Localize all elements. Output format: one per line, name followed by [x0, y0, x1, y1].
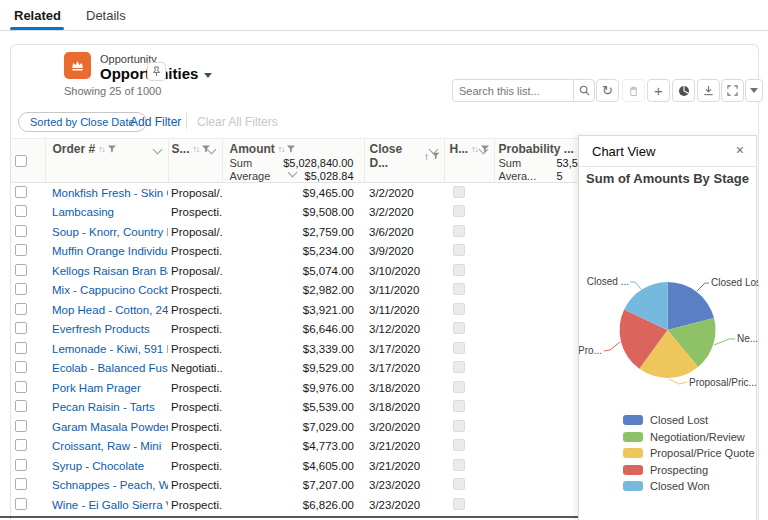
opportunity-name-link[interactable]: Syrup - Chocolate	[52, 460, 144, 472]
row-checkbox[interactable]	[15, 342, 27, 354]
chevron-down-icon	[750, 88, 758, 93]
amount-cell: $5,074.00	[222, 261, 364, 281]
column-header-stage[interactable]: S... ↑↓	[168, 139, 222, 183]
opportunity-name-link[interactable]: Everfresh Products	[52, 323, 150, 335]
disabled-checkbox	[453, 361, 465, 373]
amount-cell: $4,773.00	[222, 437, 364, 457]
column-header-h[interactable]: H... ↑↓	[444, 139, 494, 183]
show-charts-button[interactable]	[672, 79, 695, 102]
opportunity-name-link[interactable]: Lambcasing	[52, 206, 114, 218]
row-checkbox[interactable]	[15, 322, 27, 334]
sorted-by-pill[interactable]: Sorted by Close Date	[18, 112, 147, 132]
filter-funnel-icon	[287, 145, 295, 153]
search-icon[interactable]	[573, 79, 595, 102]
clear-all-filters-link: Clear All Filters	[197, 115, 278, 129]
disabled-checkbox	[453, 439, 465, 451]
opportunity-name-link[interactable]: Lemonade - Kiwi, 591 Ml	[52, 343, 168, 355]
row-checkbox[interactable]	[15, 264, 27, 276]
opportunity-name-link[interactable]: Garam Masala Powder	[52, 421, 168, 433]
row-checkbox[interactable]	[15, 439, 27, 451]
callout-label: Closed Lost	[711, 277, 758, 288]
close-date-cell: 3/6/2020	[364, 222, 444, 242]
legend-item[interactable]: Proposal/Price Quote	[623, 445, 755, 462]
row-checkbox[interactable]	[15, 459, 27, 471]
close-date-cell: 3/20/2020	[364, 417, 444, 437]
row-checkbox[interactable]	[15, 303, 27, 315]
callout-line	[669, 379, 687, 384]
column-label: Probability ...	[499, 142, 574, 156]
pin-list-button[interactable]	[147, 62, 166, 81]
row-checkbox[interactable]	[15, 361, 27, 373]
list-controls-button[interactable]	[745, 79, 763, 102]
column-header-amount[interactable]: Amount ↑↓ Sum$5,028,840.00 Average$5,028…	[222, 139, 364, 183]
row-checkbox[interactable]	[15, 400, 27, 412]
tab-related[interactable]: Related	[14, 8, 61, 23]
refresh-button[interactable]: ↻	[596, 79, 619, 102]
filter-funnel-icon	[108, 145, 116, 153]
amount-cell: $3,339.00	[222, 339, 364, 359]
search-input[interactable]	[452, 79, 573, 102]
list-search	[452, 79, 595, 102]
row-checkbox[interactable]	[15, 283, 27, 295]
stage-cell: Prospecti...	[168, 495, 222, 515]
row-checkbox[interactable]	[15, 498, 27, 510]
legend-item[interactable]: Closed Lost	[623, 412, 755, 429]
disabled-checkbox	[453, 322, 465, 334]
legend-item[interactable]: Closed Won	[623, 478, 755, 495]
opportunity-name-link[interactable]: Wine - Ei Gallo Sierra Vall...	[52, 499, 168, 511]
callout-line	[630, 282, 641, 289]
opportunity-name-link[interactable]: Mix - Cappucino Cocktail	[52, 284, 168, 296]
opportunity-name-link[interactable]: Ecolab - Balanced Fusion	[52, 362, 168, 374]
row-checkbox[interactable]	[15, 478, 27, 490]
row-checkbox[interactable]	[15, 381, 27, 393]
opportunity-name-link[interactable]: Schnappes - Peach, Wal...	[52, 479, 168, 491]
stage-cell: Prospecti...	[168, 339, 222, 359]
sort-ascending-icon: ↑	[424, 151, 429, 162]
row-checkbox[interactable]	[15, 244, 27, 256]
opportunity-name-link[interactable]: Croissant, Raw - Mini	[52, 440, 161, 452]
close-date-cell: 3/18/2020	[364, 398, 444, 418]
close-date-cell: 3/10/2020	[364, 261, 444, 281]
opportunity-name-link[interactable]: Muffin Orange Individual	[52, 245, 168, 257]
amount-cell: $3,921.00	[222, 300, 364, 320]
close-icon[interactable]: ×	[736, 142, 744, 158]
stage-cell: Prospecti...	[168, 378, 222, 398]
legend-item[interactable]: Prospecting	[623, 462, 755, 479]
row-checkbox[interactable]	[15, 186, 27, 198]
opportunity-name-link[interactable]: Pork Ham Prager	[52, 382, 141, 394]
fullscreen-button[interactable]	[721, 79, 744, 102]
column-header-close-date[interactable]: Close D... ↑	[364, 139, 444, 183]
amount-cell: $5,539.00	[222, 398, 364, 418]
row-checkbox[interactable]	[15, 420, 27, 432]
expand-icon	[727, 85, 738, 96]
download-icon	[703, 85, 714, 96]
export-button[interactable]	[697, 79, 720, 102]
close-date-cell: 3/2/2020	[364, 203, 444, 223]
amount-cell: $2,759.00	[222, 222, 364, 242]
amount-cell: $9,976.00	[222, 378, 364, 398]
stage-cell: Prospecti...	[168, 281, 222, 301]
pie-chart: Closed Lost Ne... Proposal/Pric... Pro..…	[579, 269, 758, 412]
row-checkbox[interactable]	[15, 205, 27, 217]
opportunity-name-link[interactable]: Soup - Knorr, Country Be...	[52, 226, 168, 238]
tab-details[interactable]: Details	[86, 8, 126, 23]
disabled-checkbox	[453, 400, 465, 412]
column-header-order[interactable]: Order # ↑↓	[45, 139, 168, 183]
filter-divider	[186, 113, 187, 129]
opportunity-name-link[interactable]: Mop Head - Cotton, 24 Oz	[52, 304, 168, 316]
new-record-button[interactable]: +	[647, 79, 670, 102]
opportunity-name-link[interactable]: Kellogs Raisan Bran Bars	[52, 265, 168, 277]
select-all-checkbox[interactable]	[15, 155, 27, 167]
add-filter-link[interactable]: Add Filter	[130, 115, 181, 129]
opportunity-name-link[interactable]: Pecan Raisin - Tarts	[52, 401, 155, 413]
row-checkbox[interactable]	[15, 225, 27, 237]
callout-label: Proposal/Pric...	[689, 377, 757, 388]
opportunity-name-link[interactable]: Monkfish Fresh - Skin Off	[52, 187, 168, 199]
legend-label: Prospecting	[650, 464, 708, 476]
close-date-cell: 3/2/2020	[364, 183, 444, 203]
window-edge	[0, 516, 618, 518]
legend-label: Closed Lost	[650, 414, 708, 426]
stage-cell: Prospecti...	[168, 437, 222, 457]
legend-item[interactable]: Negotiation/Review	[623, 429, 755, 446]
amount-cell: $7,207.00	[222, 476, 364, 496]
